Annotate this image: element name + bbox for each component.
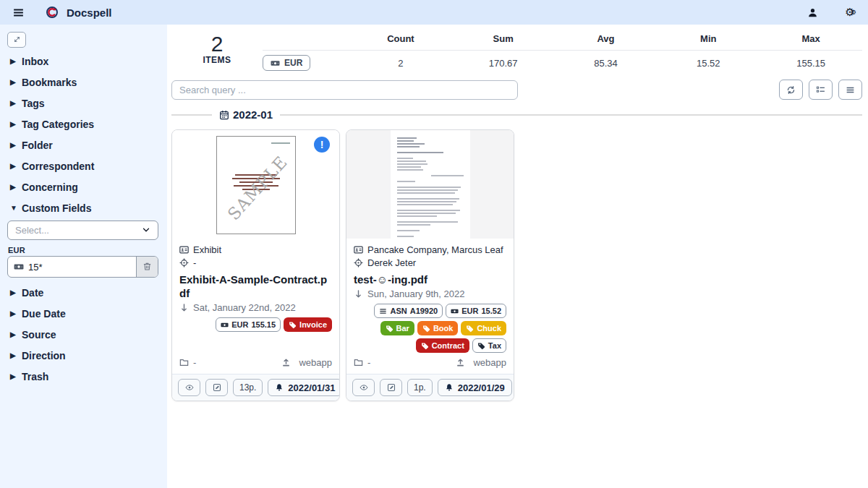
source-name: webapp [473,357,506,368]
sidebar-item-trash[interactable]: ▶Trash [0,366,167,387]
item-card-test-ing[interactable]: Pancake Company, Marcus Leaf Derek Jeter… [346,129,514,401]
sidebar-item-label: Concerning [22,181,78,193]
sidebar-item-inbox[interactable]: ▶Inbox [0,51,167,72]
item-date: Sun, January 9th, 2022 [367,288,464,299]
amount-currency: EUR [461,306,478,316]
currency-label: EUR [284,58,302,68]
item-count: 2 [171,33,263,55]
amount-badge: EUR15.52 [446,304,506,318]
sidebar-item-direction[interactable]: ▶Direction [0,345,167,366]
stats-value-max: 155.15 [760,51,862,71]
page-count-badge: 13p. [233,379,263,396]
tag-label: Chuck [477,323,501,333]
sidebar-item-tags[interactable]: ▶Tags [0,93,167,114]
collapse-sidebar-button[interactable] [7,32,26,48]
bell-icon [275,383,284,392]
list-view-button[interactable] [838,80,862,100]
item-card-exhibit[interactable]: SAMPLE ! Exhibit - Exhibit-A-Sample-Cont… [171,129,340,401]
preview-button[interactable] [352,379,375,396]
sidebar-item-label: Tags [22,98,45,109]
app-title: Docspell [67,7,112,19]
preview-button[interactable] [178,379,200,396]
sidebar-item-bookmarks[interactable]: ▶Bookmarks [0,72,167,93]
tag-badge-tax[interactable]: Tax [472,338,506,353]
sidebar-item-date[interactable]: ▶Date [0,282,167,303]
due-date: 2022/01/29 [458,382,505,393]
sidebar-item-label: Trash [22,371,48,382]
tag-badge-book[interactable]: Book [417,321,459,335]
amount-value: 15.52 [481,306,501,316]
document-preview [346,130,514,239]
caret-right-icon: ▶ [10,183,22,191]
source-name: webapp [299,357,332,368]
tag-badge-invoice[interactable]: Invoice [284,317,332,332]
concerning-name: - [193,257,196,269]
sidebar-item-tag-categories[interactable]: ▶Tag Categories [0,114,167,134]
sidebar-item-custom-fields[interactable]: ▼Custom Fields [0,197,167,218]
refresh-button[interactable] [779,80,803,100]
folder-source-row: - webapp [354,356,506,372]
sidebar-item-correspondent[interactable]: ▶Correspondent [0,155,167,176]
stats-value-min: 15.52 [657,51,760,71]
stats-value-avg: 85.34 [555,51,658,71]
card-footer: 13p. 2022/01/31 [172,374,339,401]
tag-badge-chuck[interactable]: Chuck [461,321,506,335]
tag-label: Book [433,323,454,333]
remove-filter-button[interactable] [136,257,158,277]
caret-right-icon: ▶ [10,372,22,380]
edit-button[interactable] [205,379,228,396]
tag-badge-contract[interactable]: Contract [416,338,469,353]
list-lines-icon [379,307,387,315]
sidebar-item-label: Date [22,287,43,299]
page-count-badge: 1p. [407,379,433,396]
month-heading: 2022-01 [219,108,273,121]
asn-label: ASN [390,306,407,316]
search-row [171,80,862,100]
currency-badge-cell: EUR [263,51,349,71]
list-check-icon [816,85,825,95]
stats-header-max: Max [760,32,862,51]
edit-button[interactable] [380,379,402,396]
badge-row: EUR155.15 Invoice [179,317,332,332]
sidebar-item-due-date[interactable]: ▶Due Date [0,303,167,324]
bell-icon [445,383,454,392]
asn-value: A19920 [410,306,438,316]
caret-right-icon: ▶ [10,351,22,359]
document-preview: SAMPLE ! [172,130,339,239]
divider-line [171,114,212,116]
sidebar-item-folder[interactable]: ▶Folder [0,134,167,155]
user-account-icon[interactable] [803,4,822,21]
stats-corner-cell [263,32,349,51]
tag-label: Tax [488,341,501,351]
tag-icon [421,342,429,350]
tag-badge-bar[interactable]: Bar [380,321,414,335]
custom-field-select[interactable]: Select... [7,221,158,240]
stats-header-sum: Sum [452,32,555,51]
hamburger-menu-icon[interactable] [10,4,26,20]
tag-icon [422,325,430,333]
caret-right-icon: ▶ [10,78,22,86]
caret-right-icon: ▶ [10,288,22,296]
badge-row: ASNA19920 EUR15.52 Bar Book Chuck Contra… [354,304,506,353]
top-navbar: Docspell ⚙⚙ [0,0,868,25]
sidebar-item-label: Bookmarks [22,77,77,88]
sidebar-item-label: Due Date [22,308,66,320]
select-mode-button[interactable] [809,80,833,100]
sidebar-item-concerning[interactable]: ▶Concerning [0,176,167,197]
item-date-row: Sat, January 22nd, 2022 [179,302,332,313]
item-title: test-☺-ing.pdf [354,273,506,286]
filter-sidebar: ▶Inbox ▶Bookmarks ▶Tags ▶Tag Categories … [0,25,167,488]
sidebar-item-source[interactable]: ▶Source [0,324,167,345]
sidebar-item-label: Custom Fields [22,202,91,214]
folder-name: - [367,357,370,368]
currency-stats-table: Count Sum Avg Min Max EUR 2 170.67 85.34… [263,32,862,71]
gears-settings-icon[interactable]: ⚙⚙ [839,4,858,21]
search-input[interactable] [171,80,518,100]
amount-currency: EUR [231,320,248,330]
sidebar-item-label: Tag Categories [22,119,94,130]
correspondent-name: Pancake Company, Marcus Leaf [367,244,503,256]
custom-field-value-input[interactable] [28,262,130,273]
sidebar-item-label: Folder [22,140,53,151]
caret-right-icon: ▶ [10,99,22,107]
items-label: ITEMS [171,55,263,65]
